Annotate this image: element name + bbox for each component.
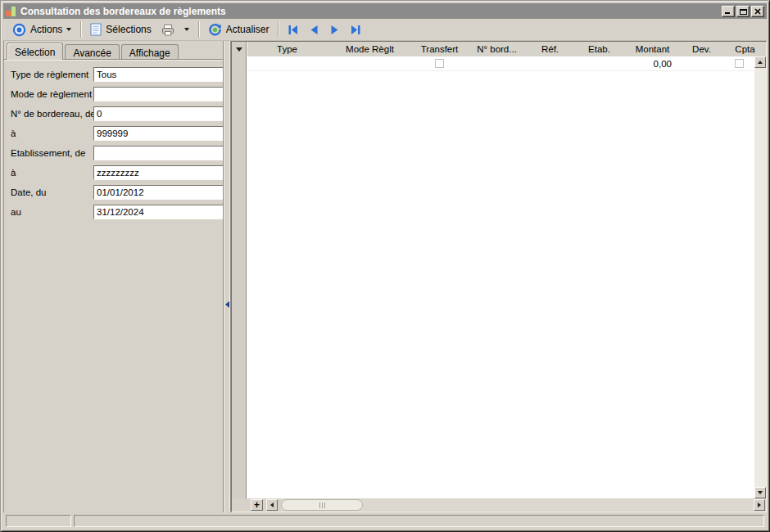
scroll-down-button[interactable]	[754, 487, 766, 498]
cell-cpta	[724, 56, 754, 70]
date-to-input[interactable]	[94, 206, 225, 218]
grid-header-row: Type Mode Règlt Transfert N° bord... Réf…	[247, 42, 766, 56]
tab-avancee[interactable]: Avancée	[65, 44, 119, 59]
grid-menu-button[interactable]	[232, 42, 246, 56]
row-selector-column	[232, 42, 247, 498]
column-header-mode-reglt[interactable]: Mode Règlt	[327, 44, 413, 54]
bordereau-to-input[interactable]	[94, 128, 225, 139]
actions-label: Actions	[30, 24, 62, 35]
chevron-down-icon	[66, 28, 71, 31]
grip-icon	[322, 503, 323, 508]
etablissement-to-label: à	[11, 168, 93, 178]
bordereau-from-label: N° de bordereau, de	[11, 109, 93, 119]
cpta-checkbox[interactable]	[735, 59, 744, 68]
status-pane-left	[6, 515, 71, 527]
transfert-checkbox[interactable]	[435, 59, 444, 68]
mode-reglement-label: Mode de règlement	[11, 89, 93, 99]
close-icon	[754, 8, 761, 15]
column-header-type[interactable]: Type	[247, 44, 327, 54]
cell-transfert	[413, 56, 466, 70]
scroll-up-button[interactable]	[754, 56, 766, 68]
cell-mode-reglt	[327, 56, 413, 70]
tab-affichage[interactable]: Affichage	[121, 44, 179, 59]
main-area: Sélection Avancée Affichage Type de règl…	[3, 41, 767, 512]
next-record-icon	[329, 25, 340, 35]
etablissement-from-input[interactable]	[94, 147, 225, 159]
toolbar-separator	[198, 21, 199, 38]
minimize-button[interactable]	[722, 6, 735, 17]
arrow-left-icon	[270, 503, 274, 507]
etablissement-to-input[interactable]	[94, 167, 225, 178]
column-header-n-bord[interactable]: N° bord...	[466, 44, 528, 54]
arrow-down-icon	[758, 491, 763, 494]
titlebar[interactable]: Consultation des bordereaux de règlement…	[3, 3, 767, 19]
form-row-date-from: Date, du	[11, 185, 219, 200]
printer-icon	[161, 24, 174, 36]
toolbar-separator	[80, 21, 81, 38]
refresh-icon	[208, 23, 222, 37]
bordereau-to-label: à	[11, 128, 93, 138]
cell-montant: 0,00	[626, 56, 679, 70]
add-row-button[interactable]: +	[251, 499, 263, 511]
column-header-cpta[interactable]: Cpta	[724, 44, 766, 54]
first-record-icon	[288, 25, 299, 35]
target-icon	[12, 23, 26, 37]
form-row-date-to: au	[11, 205, 219, 219]
document-icon	[90, 23, 102, 36]
horizontal-scrollbar-track[interactable]	[281, 499, 754, 511]
app-window: Consultation des bordereaux de règlement…	[0, 0, 770, 532]
status-pane-main	[74, 515, 764, 527]
refresh-label: Actualiser	[226, 24, 270, 35]
table-row[interactable]: 0,00	[247, 56, 754, 71]
print-options-button[interactable]	[179, 20, 194, 39]
scroll-right-button[interactable]	[754, 499, 765, 511]
column-header-dev[interactable]: Dev.	[679, 44, 724, 54]
selection-panel: Sélection Avancée Affichage Type de règl…	[3, 41, 223, 512]
bordereau-from-input[interactable]	[94, 108, 225, 119]
grid-body: 0,00	[247, 56, 754, 498]
date-from-input[interactable]	[94, 187, 225, 198]
cell-etab	[573, 56, 626, 70]
vertical-scrollbar[interactable]	[754, 56, 766, 498]
next-record-button[interactable]	[324, 20, 345, 39]
selections-label: Sélections	[106, 24, 151, 35]
minimize-icon	[725, 8, 732, 14]
column-header-ref[interactable]: Réf.	[528, 44, 573, 54]
horizontal-scrollbar-thumb[interactable]	[281, 499, 363, 511]
last-record-button[interactable]	[345, 20, 366, 39]
arrow-up-icon	[758, 61, 763, 64]
column-header-etab[interactable]: Etab.	[573, 44, 626, 54]
column-header-transfert[interactable]: Transfert	[413, 44, 466, 54]
window-title: Consultation des bordereaux de règlement…	[20, 6, 226, 17]
panel-splitter[interactable]	[223, 41, 231, 512]
toolbar: Actions Sélections	[3, 19, 767, 41]
form-row-etablissement-to: à	[11, 165, 219, 180]
form-row-mode-reglement: Mode de règlement ...	[11, 87, 219, 101]
form-row-type-reglement: Type de règlement	[11, 67, 219, 82]
status-bar	[3, 513, 767, 529]
type-reglement-select[interactable]	[94, 69, 225, 80]
column-header-montant[interactable]: Montant	[626, 44, 679, 54]
grip-icon	[319, 503, 320, 508]
refresh-button[interactable]: Actualiser	[203, 20, 274, 39]
maximize-button[interactable]	[736, 6, 750, 17]
tab-selection[interactable]: Sélection	[7, 43, 63, 60]
first-record-button[interactable]	[283, 20, 304, 39]
results-grid: Type Mode Règlt Transfert N° bord... Réf…	[231, 41, 767, 512]
previous-record-button[interactable]	[304, 20, 324, 39]
cell-dev	[679, 56, 724, 70]
previous-record-icon	[309, 25, 319, 35]
cell-ref	[528, 56, 573, 70]
etablissement-from-label: Etablissement, de	[11, 148, 93, 158]
actions-button[interactable]: Actions	[7, 20, 76, 39]
grip-icon	[324, 503, 325, 508]
cell-n-bord	[466, 56, 528, 70]
scroll-left-button[interactable]	[266, 499, 278, 511]
print-button[interactable]	[156, 20, 179, 39]
form-row-bordereau-to: à	[11, 126, 219, 141]
mode-reglement-input[interactable]	[94, 88, 225, 100]
close-button[interactable]	[751, 6, 764, 17]
panel-tabs: Sélection Avancée Affichage	[7, 43, 180, 59]
collapse-panel-icon[interactable]	[225, 301, 229, 308]
selections-button[interactable]: Sélections	[85, 20, 156, 39]
